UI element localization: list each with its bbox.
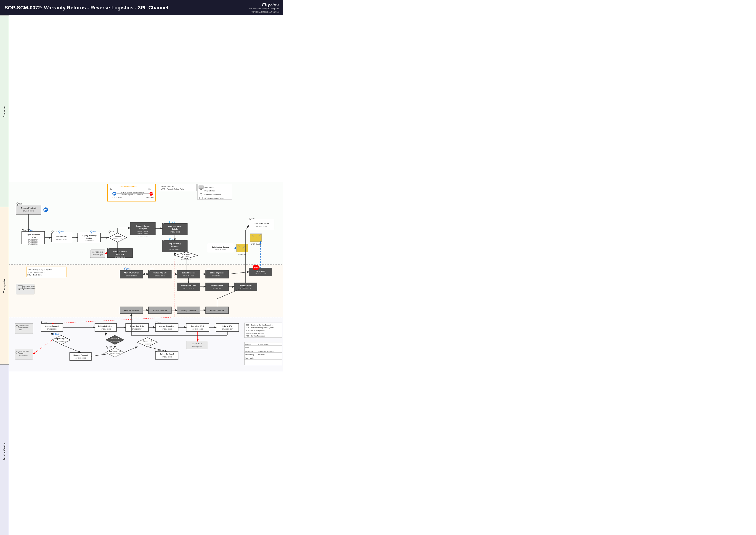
- svg-text:OP:2015-53260: OP:2015-53260: [183, 288, 194, 289]
- svg-text:DRV: DRV: [180, 281, 183, 282]
- svg-text:SOP-SCM-0021: SOP-SCM-0021: [192, 343, 203, 345]
- svg-text:Return Product: Return Product: [21, 207, 36, 209]
- svg-text:OP:2015-54397: OP:2015-54397: [222, 328, 233, 330]
- svg-text:OP:2015-54207: OP:2015-54207: [132, 328, 142, 330]
- svg-text:OP:2015-55466: OP:2015-55466: [215, 249, 226, 251]
- svg-text:Transporter KPIs: Transporter KPIs: [25, 288, 37, 290]
- svg-text:Accepted: Accepted: [139, 228, 147, 230]
- svg-text:CUS – Customer: CUS – Customer: [161, 185, 174, 187]
- svg-rect-169: [177, 283, 200, 291]
- svg-text:Alert 3PL Partner: Alert 3PL Partner: [124, 272, 139, 274]
- svg-text:TPC: TPC: [151, 268, 154, 270]
- svg-text:Display Warranty: Display Warranty: [82, 235, 97, 237]
- svg-text:Process Boundaries: Process Boundaries: [119, 185, 137, 187]
- svg-text:WPT: WPT: [61, 231, 64, 233]
- svg-text:OP:2015-53023: OP:2015-53023: [110, 341, 120, 342]
- svg-text:Inventory Mgmt.: Inventory Mgmt.: [192, 346, 203, 348]
- swim-lane-labels: Customer Transporter Service Centre: [0, 15, 9, 535]
- svg-text:Open Warranty: Open Warranty: [26, 234, 40, 236]
- svg-text:Details: Details: [172, 228, 178, 230]
- svg-text:Return Product: Return Product: [112, 196, 122, 198]
- svg-text:Product Repair: Product Repair: [93, 254, 103, 256]
- svg-rect-32: [16, 205, 41, 214]
- swim-label-customer: Customer: [0, 15, 9, 207]
- svg-text:SOP-SCM-0067: SOP-SCM-0067: [19, 351, 29, 352]
- svg-text:SUP – Service Supervisor: SUP – Service Supervisor: [246, 329, 266, 331]
- svg-text:WPT: WPT: [172, 221, 175, 223]
- diagram-area: Process Boundaries Start End STOP SOP-SC…: [9, 15, 283, 535]
- svg-text:Process: Process: [245, 344, 251, 345]
- svg-text:Reverse Logistics - 3PL Channe: Reverse Logistics - 3PL Channel: [121, 194, 143, 196]
- svg-text:OP:2015-53191: OP:2015-53191: [212, 275, 222, 277]
- svg-rect-228: [41, 324, 63, 331]
- svg-text:STOP: STOP: [254, 267, 259, 268]
- svg-text:WRR Closed: WRR Closed: [251, 243, 261, 245]
- svg-text:Enter Customer: Enter Customer: [168, 225, 182, 228]
- svg-rect-278: [216, 324, 239, 331]
- svg-text:OP-Organizational Policy: OP-Organizational Policy: [205, 197, 224, 199]
- svg-text:OP:2015-53119: OP:2015-53119: [256, 226, 267, 227]
- svg-text:Portal: Portal: [31, 236, 36, 238]
- svg-rect-111: [90, 250, 105, 258]
- svg-text:OP:2015-55746: OP:2015-55746: [56, 239, 67, 240]
- svg-text:KPIs: KPIs: [19, 329, 22, 330]
- svg-text:STOP: STOP: [150, 193, 154, 195]
- main-area: Customer Transporter Service Centre Proc…: [0, 15, 283, 535]
- svg-text:OP:2015-55003: OP:2015-55003: [170, 231, 180, 233]
- svg-rect-239: [70, 352, 91, 360]
- svg-text:Deliver Product: Deliver Product: [239, 284, 252, 287]
- svg-rect-23: [199, 186, 203, 188]
- svg-text:OP:2015-53892: OP:2015-53892: [115, 256, 125, 258]
- svg-text:SOP-SCM-0072: Warranty Returns: SOP-SCM-0072: Warranty Returns: [121, 192, 144, 193]
- svg-text:Status: Status: [86, 237, 92, 239]
- svg-text:Package Product: Package Product: [181, 310, 196, 312]
- logo-area: Fhyzics The Business Analysis Company Ve…: [249, 2, 279, 13]
- logo: Fhyzics: [249, 2, 279, 8]
- svg-point-148: [18, 289, 20, 290]
- svg-text:TMS – Transport Mgmt. System: TMS – Transport Mgmt. System: [27, 268, 52, 270]
- svg-rect-152: [120, 270, 143, 278]
- svg-text:People/Roles: People/Roles: [205, 190, 215, 192]
- svg-text:CUS: CUS: [110, 247, 113, 248]
- svg-text:DRV: DRV: [208, 281, 211, 282]
- svg-text:TEC: TEC: [43, 322, 46, 323]
- svg-text:Approved: Approved: [143, 340, 152, 342]
- version-label: Version:2.4 Dated 11/06/2016: [249, 11, 279, 13]
- svg-text:OP:2015-53260: OP:2015-53260: [255, 273, 266, 274]
- svg-text:Repair/Replace: Repair/Replace: [55, 338, 68, 340]
- svg-text:Systems/Applications: Systems/Applications: [205, 194, 221, 196]
- svg-text:CUS: CUS: [19, 203, 22, 205]
- svg-text:DRV: DRV: [208, 268, 211, 270]
- svg-text:Generate WRR: Generate WRR: [210, 284, 223, 287]
- svg-text:WPT: WPT: [31, 230, 34, 231]
- svg-text:OP:2015-55667: OP:2015-55667: [161, 356, 172, 358]
- svg-text:MGR – Service Manager: MGR – Service Manager: [246, 332, 265, 334]
- svg-rect-125: [250, 234, 262, 242]
- svg-text:Designed By: Designed By: [245, 351, 254, 352]
- svg-text:Enter Details: Enter Details: [56, 235, 68, 237]
- svg-text:Collect Product: Collect Product: [182, 272, 195, 274]
- svg-text:OP:2015-53305: OP:2015-53305: [28, 241, 39, 243]
- svg-text:WRR Copy: WRR Copy: [238, 253, 246, 255]
- svg-text:SOP-SCM-0043: SOP-SCM-0043: [93, 251, 103, 253]
- svg-text:CUS: CUS: [165, 239, 168, 240]
- svg-text:OP:2015-55198: OP:2015-55198: [138, 231, 148, 232]
- header: SOP-SCM-0072: Warranty Returns - Reverse…: [0, 0, 283, 15]
- svg-text:Complete Work: Complete Work: [191, 325, 205, 327]
- svg-text:Obtain Signature: Obtain Signature: [210, 272, 225, 274]
- svg-text:Deliver Product: Deliver Product: [210, 310, 224, 312]
- page-title: SOP-SCM-0072: Warranty Returns - Reverse…: [5, 5, 168, 11]
- svg-text:OP:2015-55287: OP:2015-55287: [161, 328, 172, 330]
- svg-rect-254: [126, 324, 149, 331]
- svg-text:Charges: Charges: [171, 245, 179, 247]
- swim-label-transporter: Transporter: [0, 207, 9, 364]
- svg-text:Alert 3PL Partner: Alert 3PL Partner: [124, 310, 139, 312]
- svg-text:DRV – Truck Driver: DRV – Truck Driver: [27, 274, 42, 276]
- svg-text:TEC – Service Technician: TEC – Service Technician: [246, 335, 265, 337]
- svg-text:OP:2015-54422: OP:2015-54422: [56, 341, 66, 342]
- svg-text:Rejected: Rejected: [116, 253, 124, 255]
- swim-label-service: Service Centre: [0, 364, 9, 535]
- svg-text:Development: Development: [19, 355, 28, 356]
- svg-text:TMS: TMS: [127, 268, 130, 270]
- svg-text:Replace Product: Replace Product: [73, 354, 88, 356]
